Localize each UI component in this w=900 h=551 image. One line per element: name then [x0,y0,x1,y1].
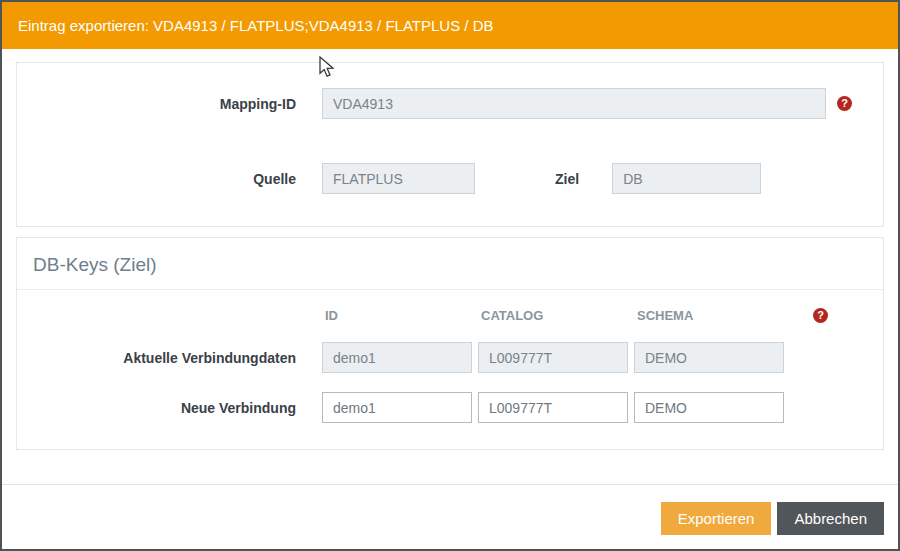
db-keys-column-headers: ID CATALOG SCHEMA ? [17,308,883,323]
db-keys-help-icon[interactable]: ? [813,308,828,323]
column-header-id: ID [322,308,472,323]
dialog-title: Eintrag exportieren: VDA4913 / FLATPLUS;… [18,17,494,34]
new-connection-schema-field[interactable] [634,392,784,423]
current-connection-label: Aktuelle Verbindungdaten [17,350,296,366]
db-keys-panel: DB-Keys (Ziel) ID CATALOG SCHEMA ? Aktue… [16,237,884,450]
current-connection-schema-field [634,342,784,373]
current-connection-catalog-field [478,342,628,373]
ziel-label: Ziel [555,171,579,187]
export-button[interactable]: Exportieren [661,502,772,535]
mapping-id-row: Mapping-ID ? [17,88,883,119]
dialog-body: Mapping-ID ? Quelle Ziel DB-Keys (Ziel) … [2,49,898,450]
quelle-field [322,163,475,194]
dialog-titlebar: Eintrag exportieren: VDA4913 / FLATPLUS;… [2,2,898,49]
dialog-footer: Exportieren Abbrechen [2,485,898,535]
new-connection-label: Neue Verbindung [17,400,296,416]
cancel-button[interactable]: Abbrechen [777,502,884,535]
new-connection-id-field[interactable] [322,392,472,423]
quelle-label: Quelle [17,171,296,187]
mapping-id-label: Mapping-ID [17,96,296,112]
export-dialog: Eintrag exportieren: VDA4913 / FLATPLUS;… [0,0,900,551]
quelle-ziel-row: Quelle Ziel [17,163,883,194]
ziel-field [612,163,761,194]
current-connection-id-field [322,342,472,373]
db-keys-heading: DB-Keys (Ziel) [17,238,883,290]
column-header-catalog: CATALOG [478,308,628,323]
mapping-id-field [322,88,826,119]
new-connection-row: Neue Verbindung [17,392,883,423]
new-connection-catalog-field[interactable] [478,392,628,423]
current-connection-row: Aktuelle Verbindungdaten [17,342,883,373]
mapping-help-icon[interactable]: ? [837,96,852,111]
column-header-schema: SCHEMA [634,308,784,323]
mapping-panel: Mapping-ID ? Quelle Ziel [16,62,884,227]
